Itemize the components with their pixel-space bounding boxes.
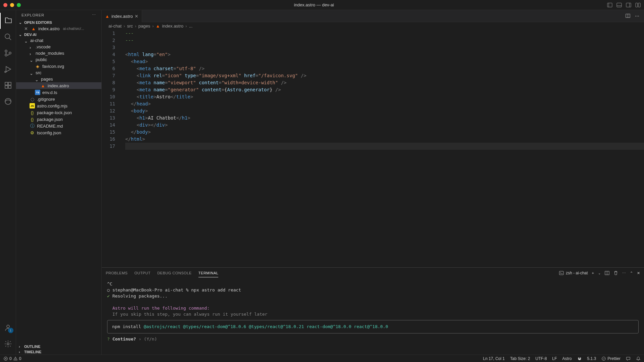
status-prettier[interactable]: Prettier	[601, 356, 620, 361]
output-tab[interactable]: OUTPUT	[134, 269, 150, 277]
open-editor-item[interactable]: ✕ ▲ index.astro ai-chat/src/...	[16, 25, 101, 32]
maximize-window-button[interactable]	[17, 3, 21, 7]
minimize-window-button[interactable]	[10, 3, 14, 7]
terminal-line: If you skip this step, you can always ru…	[107, 311, 639, 317]
status-language[interactable]: Astro	[562, 356, 572, 361]
file-tsconfig[interactable]: ⚙ tsconfig.json	[16, 129, 101, 136]
file-gitignore[interactable]: ◌ .gitignore	[16, 96, 101, 102]
edge-activity-icon[interactable]	[0, 93, 16, 109]
line-gutter: 1234567891011121314151617	[102, 30, 122, 267]
file-package-lock[interactable]: {} package-lock.json	[16, 109, 101, 116]
json-file-icon: {}	[30, 117, 35, 122]
accounts-activity-icon[interactable]: 1	[0, 320, 16, 336]
astro-file-icon: ▲	[31, 26, 36, 31]
open-editors-section[interactable]: ⌄ OPEN EDITORS	[16, 20, 101, 25]
gitignore-file-icon: ◌	[30, 96, 35, 102]
split-editor-icon[interactable]	[626, 13, 630, 18]
sidebar-title: EXPLORER	[21, 13, 44, 17]
terminal-content[interactable]: ^C ○ stephan@MacBook-Pro ai-chat % npx a…	[102, 278, 644, 355]
activity-bar: 1	[0, 10, 16, 355]
panel-left-icon[interactable]	[607, 2, 612, 8]
timeline-section[interactable]: › TIMELINE	[16, 349, 101, 355]
json-file-icon: {}	[30, 110, 35, 115]
folder-public[interactable]: ⌄ public	[16, 56, 101, 63]
svg-rect-6	[636, 3, 638, 7]
status-encoding[interactable]: UTF-8	[536, 356, 547, 361]
trash-icon[interactable]	[613, 271, 618, 275]
breadcrumb-item[interactable]: src	[127, 24, 133, 29]
close-tab-icon[interactable]: ✕	[135, 14, 138, 19]
file-readme[interactable]: ⓘ README.md	[16, 123, 101, 129]
folder-ai-chat[interactable]: ⌄ ai-chat	[16, 37, 101, 44]
sidebar-more-icon[interactable]: ⋯	[92, 13, 96, 17]
terminal-selector[interactable]: zsh - ai-chat	[559, 271, 588, 275]
status-eol[interactable]: LF	[552, 356, 557, 361]
window-title: index.astro — dev-ai	[21, 2, 607, 7]
folder-src[interactable]: ⌄ src	[16, 70, 101, 76]
file-env-d-ts[interactable]: TS env.d.ts	[16, 89, 101, 96]
status-version[interactable]: 5.1.3	[587, 356, 596, 361]
explorer-activity-icon[interactable]	[0, 13, 16, 29]
svg-point-12	[9, 52, 11, 54]
terminal-line	[107, 299, 639, 305]
status-bell-icon[interactable]	[636, 356, 641, 361]
chevron-right-icon: ›	[124, 24, 125, 29]
panel-tabs: PROBLEMS OUTPUT DEBUG CONSOLE TERMINAL z…	[102, 268, 644, 278]
new-terminal-icon[interactable]: +	[592, 271, 594, 275]
svg-point-32	[578, 357, 579, 359]
breadcrumbs[interactable]: ai-chat › src › pages › ▲ index.astro › …	[102, 22, 644, 30]
terminal-prompt[interactable]: ? Continue? › (Y/n)	[107, 336, 639, 342]
breadcrumb-item[interactable]: ai-chat	[108, 24, 122, 29]
more-icon[interactable]: ⋯	[622, 271, 626, 275]
panel-right-icon[interactable]	[626, 2, 631, 8]
breadcrumb-item[interactable]: index.astro	[162, 24, 184, 29]
status-feedback-icon[interactable]	[626, 356, 631, 361]
svg-point-8	[5, 34, 10, 39]
breadcrumb-item[interactable]: pages	[138, 24, 150, 29]
check-circle-icon	[601, 356, 606, 361]
titlebar: index.astro — dev-ai	[0, 0, 644, 10]
file-astro-config[interactable]: JS astro.config.mjs	[16, 102, 101, 109]
split-terminal-icon[interactable]	[605, 271, 609, 275]
title-actions	[607, 2, 641, 8]
chevron-down-icon: ⌄	[35, 77, 39, 81]
code-editor[interactable]: 1234567891011121314151617 --- --- <html …	[102, 30, 644, 267]
close-icon[interactable]: ✕	[24, 26, 29, 31]
panel-bottom-icon[interactable]	[616, 2, 622, 8]
search-activity-icon[interactable]	[0, 29, 16, 45]
terminal-dropdown-icon[interactable]: ⌄	[598, 271, 601, 275]
astro-file-icon: ▲	[156, 24, 160, 29]
breadcrumb-item[interactable]: ...	[189, 24, 193, 29]
folder-node-modules[interactable]: › node_modules	[16, 50, 101, 56]
file-favicon[interactable]: ◈ favicon.svg	[16, 63, 101, 70]
tab-index-astro[interactable]: ▲ index.astro ✕	[102, 10, 142, 22]
debug-console-tab[interactable]: DEBUG CONSOLE	[157, 269, 191, 277]
folder-vscode[interactable]: › .vscode	[16, 44, 101, 50]
status-cursor[interactable]: Ln 17, Col 1	[483, 356, 505, 361]
folder-pages[interactable]: ⌄ pages	[16, 76, 101, 82]
run-debug-activity-icon[interactable]	[0, 61, 16, 77]
file-package-json[interactable]: {} package.json	[16, 116, 101, 123]
close-window-button[interactable]	[3, 3, 7, 7]
status-copilot-icon[interactable]	[577, 356, 582, 361]
extensions-activity-icon[interactable]	[0, 77, 16, 93]
svg-rect-7	[638, 3, 640, 7]
chevron-up-icon[interactable]: ⌃	[630, 271, 633, 275]
terminal-tab[interactable]: TERMINAL	[198, 269, 219, 277]
chevron-right-icon: ›	[30, 51, 34, 55]
settings-activity-icon[interactable]	[0, 336, 16, 352]
close-panel-icon[interactable]: ✕	[637, 271, 640, 275]
more-actions-icon[interactable]: ⋯	[635, 13, 639, 18]
code-content[interactable]: --- --- <html lang="en"> <head> <meta ch…	[122, 30, 644, 267]
layout-icon[interactable]	[635, 2, 641, 8]
outline-section[interactable]: › OUTLINE	[16, 344, 101, 349]
problems-tab[interactable]: PROBLEMS	[106, 269, 128, 277]
file-index-astro[interactable]: ▲ index.astro	[16, 82, 101, 89]
chevron-right-icon: ›	[30, 45, 34, 49]
status-errors[interactable]: 0 0	[3, 356, 21, 361]
svg-point-34	[602, 357, 606, 360]
source-control-activity-icon[interactable]	[0, 45, 16, 61]
project-section[interactable]: ⌄ DEV-AI	[16, 32, 101, 37]
status-tab-size[interactable]: Tab Size: 2	[510, 356, 530, 361]
terminal-line: ^C	[107, 281, 639, 287]
